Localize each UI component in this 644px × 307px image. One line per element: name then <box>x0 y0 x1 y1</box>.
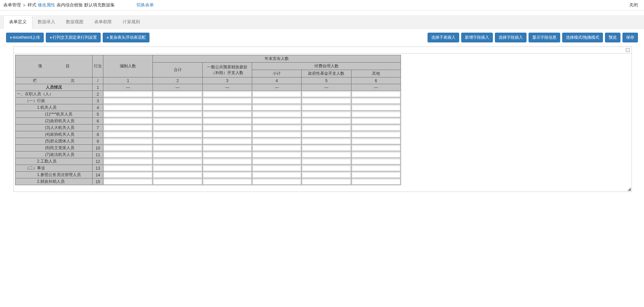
data-cell[interactable] <box>252 138 302 145</box>
newfield-button[interactable]: 新增字段插入 <box>461 33 493 42</box>
selmode-button[interactable]: 选择模式/拖拽模式 <box>562 33 603 42</box>
data-cell[interactable] <box>153 104 202 111</box>
data-cell[interactable] <box>103 131 153 138</box>
data-cell[interactable] <box>202 138 252 145</box>
data-cell[interactable] <box>351 125 401 131</box>
data-cell[interactable] <box>153 172 202 178</box>
data-cell[interactable] <box>252 158 302 165</box>
breadcrumb-style[interactable]: 样式 <box>28 2 36 8</box>
data-cell[interactable] <box>153 165 202 172</box>
tab-data-view[interactable]: 数据视图 <box>61 15 89 28</box>
data-cell[interactable] <box>153 91 202 98</box>
data-cell[interactable] <box>252 125 302 131</box>
data-cell[interactable] <box>351 131 401 138</box>
data-cell[interactable] <box>153 98 202 104</box>
data-cell[interactable] <box>302 145 351 151</box>
data-cell[interactable] <box>202 118 252 125</box>
tab-form-define[interactable]: 表单定义 <box>3 15 32 29</box>
data-cell[interactable] <box>252 172 302 178</box>
data-cell[interactable] <box>202 125 252 131</box>
row-label[interactable]: (1)****机关人员 <box>15 111 93 118</box>
data-cell[interactable] <box>351 138 401 145</box>
row-label[interactable]: 1.机关人员 <box>15 104 93 111</box>
data-cell[interactable] <box>103 138 153 145</box>
data-cell[interactable] <box>302 172 351 178</box>
showfield-button[interactable]: 显示字段信息 <box>529 33 560 42</box>
data-cell[interactable] <box>103 172 153 178</box>
data-cell[interactable] <box>153 131 202 138</box>
data-cell[interactable] <box>252 118 302 125</box>
resize-handle[interactable] <box>627 187 631 191</box>
data-cell[interactable] <box>103 145 153 151</box>
data-cell[interactable] <box>302 158 351 165</box>
breadcrumb-validate[interactable]: 表内综合校验 <box>57 2 83 8</box>
switch-form-link[interactable]: 切换表单 <box>136 2 154 8</box>
row-label[interactable]: (2)政府机关人员 <box>15 118 93 125</box>
breadcrumb-root[interactable]: 表单管理 <box>3 2 21 8</box>
row-label[interactable]: (4)政协机关人员 <box>15 131 93 138</box>
data-cell[interactable] <box>252 145 302 151</box>
data-cell[interactable] <box>202 111 252 118</box>
data-cell[interactable] <box>351 151 401 158</box>
data-cell[interactable] <box>351 158 401 165</box>
data-cell[interactable] <box>202 145 252 151</box>
data-cell[interactable] <box>351 118 401 125</box>
data-cell[interactable] <box>103 165 153 172</box>
upload-button[interactable]: +excel/word上传 <box>6 33 44 42</box>
row-label[interactable]: （二）事业 <box>15 165 93 172</box>
collapse-icon[interactable]: - <box>626 48 630 52</box>
row-label[interactable]: （一）行政 <box>15 98 93 104</box>
data-cell[interactable] <box>202 131 252 138</box>
row-label[interactable]: 2.工勤人员 <box>15 158 93 165</box>
data-cell[interactable] <box>351 145 401 151</box>
data-cell[interactable] <box>351 91 401 98</box>
data-cell[interactable] <box>302 91 351 98</box>
row-label[interactable]: 2.财政补助人员 <box>15 178 93 185</box>
data-cell[interactable] <box>103 178 153 185</box>
data-cell[interactable] <box>252 131 302 138</box>
data-cell[interactable] <box>153 125 202 131</box>
data-cell[interactable] <box>103 91 153 98</box>
data-cell[interactable] <box>103 111 153 118</box>
data-cell[interactable] <box>202 151 252 158</box>
tab-calc-rule[interactable]: 计算规则 <box>117 15 145 28</box>
close-button[interactable]: 关闭 <box>629 2 641 8</box>
row-label[interactable]: (5)群众团体人员 <box>15 138 93 145</box>
data-cell[interactable] <box>202 104 252 111</box>
data-cell[interactable] <box>302 98 351 104</box>
data-cell[interactable] <box>103 158 153 165</box>
row-label[interactable]: 1.参照公务员法管理人员 <box>15 172 93 178</box>
data-cell[interactable] <box>153 145 202 151</box>
data-cell[interactable] <box>302 111 351 118</box>
row-label[interactable]: (7)政法机关人员 <box>15 151 93 158</box>
rowcol-button[interactable]: +行列交叉固定表行列设置 <box>46 33 101 42</box>
data-cell[interactable] <box>351 104 401 111</box>
data-cell[interactable] <box>302 151 351 158</box>
tab-permission[interactable]: 表单权限 <box>89 15 117 28</box>
data-cell[interactable] <box>302 138 351 145</box>
data-cell[interactable] <box>103 118 153 125</box>
preview-button[interactable]: 预览 <box>605 33 620 42</box>
data-cell[interactable] <box>252 151 302 158</box>
data-cell[interactable] <box>302 125 351 131</box>
breadcrumb-dataset[interactable]: 默认填充数据集 <box>84 2 115 8</box>
data-cell[interactable] <box>302 118 351 125</box>
subtable-button[interactable]: 选择子表插入 <box>428 33 459 42</box>
data-cell[interactable] <box>302 178 351 185</box>
data-cell[interactable] <box>351 98 401 104</box>
data-cell[interactable] <box>202 98 252 104</box>
data-cell[interactable] <box>302 131 351 138</box>
data-cell[interactable] <box>153 138 202 145</box>
data-cell[interactable] <box>153 118 202 125</box>
data-cell[interactable] <box>252 111 302 118</box>
data-cell[interactable] <box>153 158 202 165</box>
data-cell[interactable] <box>153 178 202 185</box>
row-label[interactable]: (6)民主党派人员 <box>15 145 93 151</box>
complex-button[interactable]: +复杂表头浮动表适配 <box>103 33 149 42</box>
data-cell[interactable] <box>351 111 401 118</box>
data-cell[interactable] <box>202 158 252 165</box>
data-cell[interactable] <box>252 91 302 98</box>
data-cell[interactable] <box>202 91 252 98</box>
row-label[interactable]: (3)人大机关人员 <box>15 125 93 131</box>
tab-data-entry[interactable]: 数据录入 <box>32 15 61 28</box>
